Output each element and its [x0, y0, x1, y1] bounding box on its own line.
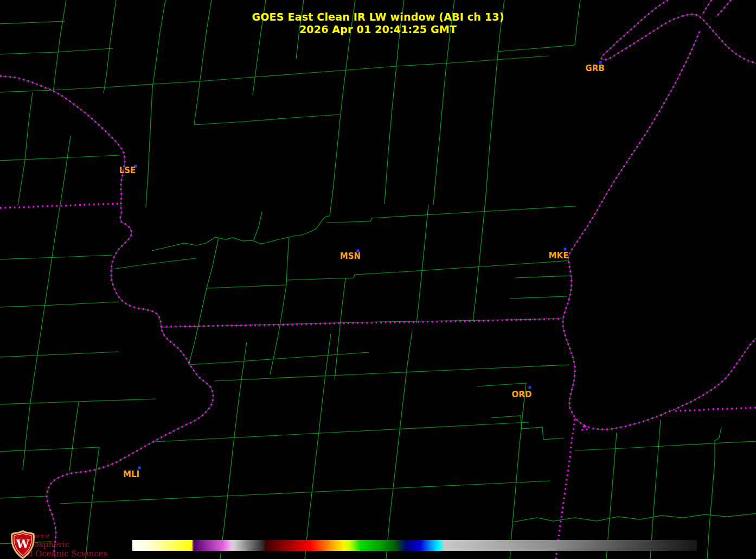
county-boundary-line — [0, 496, 48, 498]
county-boundary-line — [515, 276, 570, 278]
lake-michigan-west-shore-dotted — [563, 31, 756, 429]
county-boundary-line — [152, 216, 330, 251]
county-boundary-line — [385, 66, 396, 204]
county-boundary-line — [214, 365, 569, 381]
county-boundary-line — [443, 56, 549, 63]
county-boundary-line — [473, 201, 485, 321]
il-in-border-dotted — [556, 419, 575, 559]
county-boundary-line — [707, 427, 721, 559]
county-boundary-line — [112, 258, 196, 269]
uw-crest-icon: W — [3, 530, 42, 559]
county-boundary-line — [417, 205, 428, 323]
county-boundary-line — [485, 66, 497, 201]
county-boundary-line — [326, 206, 576, 223]
county-boundary-line — [198, 69, 355, 81]
uw-aos-logo: W Department of Atmospheric and Oceanic … — [3, 530, 107, 558]
county-boundary-line — [510, 296, 567, 298]
city-label-ORD: ORD — [512, 390, 532, 399]
county-boundary-line — [25, 92, 33, 161]
county-boundary-line — [155, 422, 529, 442]
city-dot-ORD — [529, 386, 531, 389]
county-boundary-line — [254, 212, 262, 240]
county-boundary-line — [69, 402, 79, 471]
city-dot-MLI — [138, 467, 141, 469]
county-boundary-line — [491, 416, 564, 440]
lake-michigan-shoreline — [563, 31, 756, 429]
county-boundary-line — [330, 119, 340, 216]
county-boundary-line — [194, 115, 340, 125]
city-dot-MKE — [564, 248, 567, 251]
map-canvas — [0, 0, 756, 559]
svg-text:W: W — [16, 537, 30, 551]
county-boundary-line — [355, 63, 443, 69]
county-boundary-line — [60, 481, 550, 504]
county-boundary-line — [386, 331, 412, 559]
satellite-image-viewport: GOES East Clean IR LW window (ABI ch 13)… — [0, 0, 756, 559]
city-label-LSE: LSE — [119, 166, 136, 175]
county-boundary-line — [305, 334, 331, 559]
mississippi-river-shoreline — [0, 76, 213, 559]
title-line-product: GOES East Clean IR LW window (ABI ch 13) — [0, 11, 756, 23]
county-boundary-line — [0, 302, 119, 307]
county-boundary-line — [123, 81, 198, 86]
county-boundary-line — [220, 342, 247, 559]
mi-in-border-dotted — [675, 408, 756, 411]
county-boundary-line — [189, 352, 369, 365]
city-label-MLI: MLI — [123, 469, 139, 479]
county-boundary-line — [0, 352, 119, 357]
county-boundary-line — [477, 383, 526, 559]
county-boundary-line — [0, 155, 120, 161]
county-boundary-line — [433, 98, 443, 205]
ir-temperature-colorbar — [132, 540, 697, 551]
county-boundary-line — [650, 420, 661, 559]
county-boundary-line — [512, 513, 756, 522]
county-boundary-line — [335, 278, 345, 380]
city-label-MSN: MSN — [340, 251, 361, 261]
city-label-MKE: MKE — [549, 251, 569, 261]
county-boundary-line — [0, 399, 156, 404]
county-boundary-line — [146, 88, 152, 207]
county-boundary-line — [0, 255, 112, 259]
city-label-GRB: GRB — [585, 63, 604, 73]
title-line-timestamp: 2026 Apr 01 20:41:25 GMT — [0, 23, 756, 36]
county-boundary-line — [18, 161, 25, 205]
county-boundary-line — [207, 285, 286, 288]
image-title: GOES East Clean IR LW window (ABI ch 13)… — [0, 11, 756, 36]
county-boundary-line — [23, 398, 31, 470]
mississippi-river-border-dotted — [0, 76, 213, 559]
county-boundary-line — [270, 237, 289, 374]
county-boundary-line — [497, 45, 575, 52]
county-boundary-line — [0, 48, 113, 54]
county-boundary-line — [31, 136, 71, 398]
county-boundary-line — [189, 238, 219, 365]
county-boundary-line — [575, 441, 756, 450]
county-boundary-line — [0, 447, 99, 452]
